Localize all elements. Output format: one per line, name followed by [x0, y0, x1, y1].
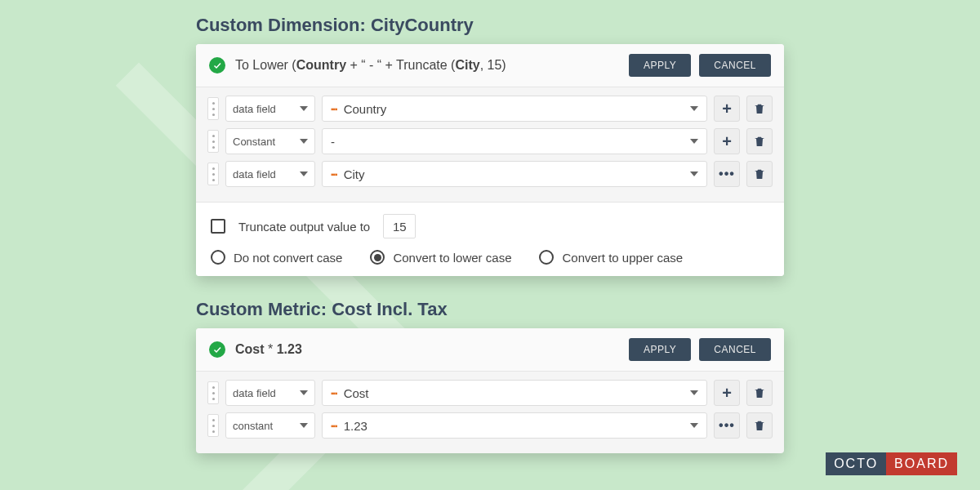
- plus-icon: +: [722, 385, 732, 401]
- expression-row: data field▪▪▪Country+: [207, 96, 773, 122]
- truncate-checkbox[interactable]: [211, 219, 225, 234]
- trash-icon: [753, 102, 766, 115]
- value-select[interactable]: ▪▪▪Cost: [322, 380, 707, 406]
- chevron-down-icon: [690, 172, 698, 176]
- case-label-none: Do not convert case: [234, 251, 342, 265]
- case-label-lower: Convert to lower case: [393, 251, 511, 265]
- value-select-label: Cost: [344, 386, 369, 400]
- case-label-upper: Convert to upper case: [562, 251, 683, 265]
- expression-row: Constant-+: [207, 128, 773, 154]
- chevron-down-icon: [690, 423, 698, 428]
- case-radio-lower[interactable]: [370, 250, 385, 265]
- type-select[interactable]: data field: [225, 380, 315, 406]
- value-select-label: Country: [344, 102, 387, 116]
- delete-row-button[interactable]: [746, 128, 773, 154]
- more-actions-button[interactable]: •••: [714, 161, 740, 187]
- apply-button[interactable]: APPLY: [629, 54, 691, 77]
- drag-handle-icon[interactable]: [207, 130, 219, 153]
- drag-handle-icon[interactable]: [207, 163, 219, 185]
- type-select-label: data field: [233, 103, 276, 115]
- value-select-label: City: [344, 167, 365, 181]
- expression-row: constant▪▪▪1.23•••: [207, 412, 773, 439]
- dimension-card: To Lower (Country + “ - “ + Truncate (Ci…: [196, 44, 784, 276]
- dimension-body: data field▪▪▪Country+Constant-+data fiel…: [196, 87, 784, 202]
- dots-icon: •••: [719, 419, 735, 432]
- section1-title: Custom Dimension: CityCountry: [196, 15, 784, 36]
- delete-row-button[interactable]: [746, 96, 773, 122]
- logo-left: OCTO: [826, 452, 886, 475]
- value-select[interactable]: -: [322, 128, 707, 154]
- plus-icon: +: [722, 133, 732, 149]
- chevron-down-icon: [690, 139, 698, 144]
- chevron-down-icon: [300, 423, 308, 428]
- cancel-button[interactable]: CANCEL: [699, 338, 771, 361]
- chevron-down-icon: [300, 139, 308, 144]
- chevron-down-icon: [300, 172, 308, 176]
- type-select[interactable]: data field: [225, 161, 315, 187]
- apply-button[interactable]: APPLY: [629, 338, 691, 361]
- trash-icon: [753, 419, 766, 432]
- dots-icon: •••: [719, 167, 735, 180]
- trash-icon: [753, 135, 766, 148]
- delete-row-button[interactable]: [746, 412, 773, 439]
- expression-row: data field▪▪▪Cost+: [207, 380, 773, 406]
- trash-icon: [753, 167, 766, 180]
- plus-icon: +: [722, 100, 732, 117]
- metric-header: Cost * 1.23 APPLY CANCEL: [196, 328, 784, 372]
- metric-rows: data field▪▪▪Cost+constant▪▪▪1.23•••: [207, 380, 773, 439]
- chevron-down-icon: [690, 106, 698, 111]
- dimension-options: Truncate output value to Do not convert …: [196, 202, 784, 276]
- case-radio-upper[interactable]: [539, 250, 554, 265]
- truncate-label: Truncate output value to: [238, 220, 370, 234]
- dimension-rows: data field▪▪▪Country+Constant-+data fiel…: [207, 96, 773, 187]
- field-marker-icon: ▪▪▪: [331, 421, 337, 430]
- type-select[interactable]: constant: [225, 412, 315, 439]
- delete-row-button[interactable]: [746, 380, 773, 406]
- add-row-button[interactable]: +: [714, 96, 740, 122]
- case-radio-none[interactable]: [211, 250, 225, 265]
- metric-formula: Cost * 1.23: [235, 342, 621, 357]
- checkmark-icon: [209, 341, 225, 358]
- metric-card: Cost * 1.23 APPLY CANCEL data field▪▪▪Co…: [196, 328, 784, 453]
- expression-row: data field▪▪▪City•••: [207, 161, 773, 187]
- add-row-button[interactable]: +: [714, 380, 740, 406]
- metric-body: data field▪▪▪Cost+constant▪▪▪1.23•••: [196, 372, 784, 453]
- chevron-down-icon: [300, 390, 308, 395]
- value-select-label: 1.23: [344, 419, 368, 433]
- truncate-value-input[interactable]: [383, 214, 416, 238]
- octoboard-logo: OCTO BOARD: [826, 452, 957, 475]
- add-row-button[interactable]: +: [714, 128, 740, 154]
- type-select[interactable]: data field: [225, 96, 315, 122]
- delete-row-button[interactable]: [746, 161, 773, 187]
- field-marker-icon: ▪▪▪: [331, 105, 337, 114]
- type-select-label: Constant: [233, 136, 275, 148]
- value-select-label: -: [331, 135, 335, 149]
- drag-handle-icon[interactable]: [207, 381, 219, 404]
- type-select-label: data field: [233, 387, 276, 399]
- logo-right: BOARD: [886, 452, 957, 475]
- type-select-label: constant: [233, 420, 273, 432]
- chevron-down-icon: [690, 390, 698, 395]
- value-select[interactable]: ▪▪▪City: [322, 161, 707, 187]
- checkmark-icon: [209, 57, 225, 74]
- more-actions-button[interactable]: •••: [714, 412, 740, 439]
- cancel-button[interactable]: CANCEL: [699, 54, 771, 77]
- dimension-header: To Lower (Country + “ - “ + Truncate (Ci…: [196, 44, 784, 87]
- value-select[interactable]: ▪▪▪1.23: [322, 412, 707, 439]
- drag-handle-icon[interactable]: [207, 414, 219, 437]
- value-select[interactable]: ▪▪▪Country: [322, 96, 707, 122]
- type-select[interactable]: Constant: [225, 128, 315, 154]
- chevron-down-icon: [300, 106, 308, 111]
- type-select-label: data field: [233, 168, 276, 180]
- trash-icon: [753, 386, 766, 399]
- dimension-formula: To Lower (Country + “ - “ + Truncate (Ci…: [235, 58, 621, 73]
- drag-handle-icon[interactable]: [207, 97, 219, 120]
- field-marker-icon: ▪▪▪: [331, 389, 337, 398]
- section2-title: Custom Metric: Cost Incl. Tax: [196, 299, 784, 320]
- field-marker-icon: ▪▪▪: [331, 170, 337, 179]
